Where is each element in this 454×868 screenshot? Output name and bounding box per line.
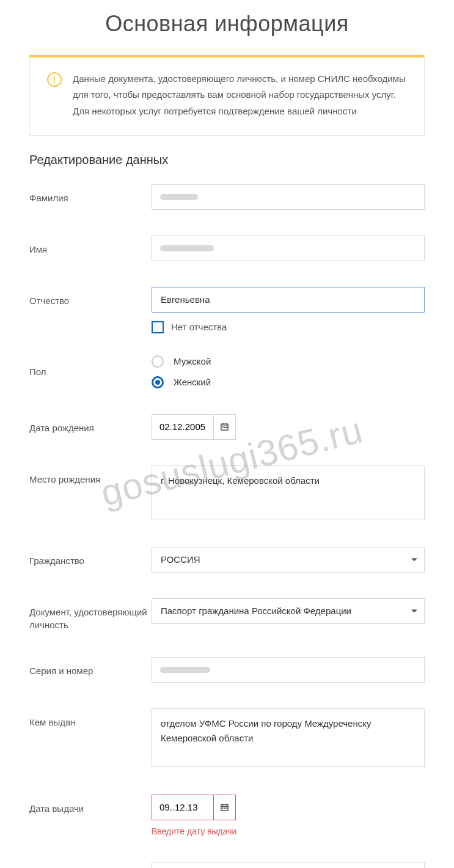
citizenship-value[interactable]	[152, 547, 425, 573]
patronymic-label: Отчество	[29, 287, 152, 307]
no-patronymic-checkbox[interactable]	[152, 321, 164, 333]
svg-rect-6	[226, 427, 227, 428]
issued-by-input[interactable]	[152, 708, 425, 767]
issued-by-label: Кем выдан	[29, 708, 152, 729]
issue-date-error: Введите дату выдачи	[152, 826, 425, 836]
calendar-icon[interactable]	[213, 415, 235, 439]
dob-input[interactable]	[152, 415, 213, 439]
warning-icon	[47, 72, 62, 87]
section-title: Редактирование данных	[29, 153, 425, 167]
doc-type-select[interactable]	[152, 598, 425, 624]
issue-date-input[interactable]	[152, 795, 213, 820]
svg-rect-11	[222, 807, 224, 809]
series-number-label: Серия и номер	[29, 657, 152, 677]
redacted-placeholder	[160, 667, 210, 673]
name-label: Имя	[29, 236, 152, 256]
dob-label: Дата рождения	[29, 414, 152, 434]
no-patronymic-label: Нет отчества	[171, 322, 227, 332]
division-code-input[interactable]	[152, 862, 425, 868]
svg-rect-12	[224, 807, 225, 809]
dob-date-field	[152, 414, 236, 440]
gender-female-label: Женский	[174, 377, 211, 387]
svg-rect-4	[222, 427, 224, 428]
doc-type-value[interactable]	[152, 598, 425, 624]
surname-label: Фамилия	[29, 184, 152, 204]
birthplace-label: Место рождения	[29, 466, 152, 486]
birthplace-input[interactable]	[152, 466, 425, 519]
gender-male-radio[interactable]	[152, 355, 164, 368]
calendar-icon[interactable]	[213, 795, 235, 820]
patronymic-input[interactable]	[152, 287, 425, 313]
issue-date-field	[152, 795, 236, 820]
svg-rect-5	[224, 427, 225, 428]
redacted-placeholder	[160, 245, 214, 251]
issue-date-label: Дата выдачи	[29, 795, 152, 815]
svg-rect-13	[226, 807, 227, 809]
doc-type-label: Документ, удостоверяющий личность	[29, 598, 152, 631]
redacted-placeholder	[160, 194, 198, 200]
citizenship-label: Гражданство	[29, 547, 152, 567]
gender-male-label: Мужской	[174, 356, 211, 366]
citizenship-select[interactable]	[152, 547, 425, 573]
division-code-label: Код подразделения	[29, 862, 152, 868]
gender-female-radio[interactable]	[152, 376, 164, 388]
identity-notice: Данные документа, удостоверяющего личнос…	[29, 55, 425, 136]
notice-text: Данные документа, удостоверяющего личнос…	[73, 71, 407, 119]
page-title: Основная информация	[0, 0, 454, 55]
gender-label: Пол	[29, 354, 152, 378]
